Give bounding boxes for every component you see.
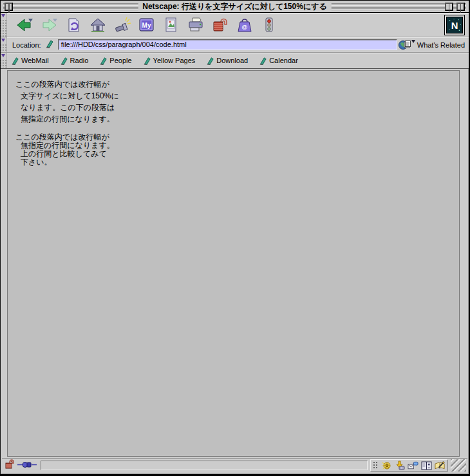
window-title: Netscape: 行送りを文字サイズに対して150%にする <box>138 2 331 12</box>
bookmark-icon[interactable] <box>45 39 54 51</box>
whats-related-label: What's Related <box>417 41 465 49</box>
shop-button[interactable]: @ <box>235 15 254 35</box>
stop-button[interactable] <box>259 15 279 35</box>
inbox-down-arrow-icon <box>395 461 405 471</box>
location-bar: Location: file:///HDD/css/paragraph/004/… <box>1 37 469 53</box>
close-button[interactable] <box>5 3 13 11</box>
bookmark-icon <box>99 57 108 65</box>
bookmark-icon <box>60 57 68 65</box>
bookmark-icon <box>259 57 267 65</box>
location-collapse-tab[interactable] <box>1 37 7 52</box>
toolbar-buttons: My <box>12 15 281 35</box>
browser-content-area: ここの段落内では改行幅が 文字サイズに対して150%に なります。この下の段落は… <box>7 70 460 457</box>
netscape-logo-icon: N <box>446 17 463 33</box>
bookmark-radio[interactable]: Radio <box>60 57 89 65</box>
connection-plug-icon <box>17 460 37 471</box>
location-label: Location: <box>12 41 41 49</box>
svg-text:@: @ <box>242 24 248 30</box>
zoom-button[interactable] <box>445 3 453 11</box>
personal-collapse-tab[interactable] <box>1 53 7 68</box>
netscape-logo-button[interactable]: N <box>444 15 465 35</box>
forward-button[interactable] <box>39 15 59 35</box>
whats-related-globe-icon <box>398 39 411 50</box>
navigator-wheel-icon <box>381 461 391 471</box>
main-toolbar: My <box>1 13 469 37</box>
personal-toolbar: WebMail Radio People Yellow Pages Downlo… <box>1 53 469 69</box>
images-button[interactable] <box>162 15 181 35</box>
title-bar[interactable]: Netscape: 行送りを文字サイズに対して150%にする <box>1 1 469 13</box>
images-icon <box>162 16 180 34</box>
netscape-window: Netscape: 行送りを文字サイズに対して150%にする <box>0 0 470 476</box>
component-bar-drag-handle[interactable] <box>373 461 378 470</box>
security-lock-icon <box>211 16 229 34</box>
home-icon <box>89 16 107 34</box>
bookmark-people[interactable]: People <box>99 57 131 65</box>
component-bar <box>370 459 448 471</box>
personal-toolbar-items: WebMail Radio People Yellow Pages Downlo… <box>11 57 298 65</box>
address-book-component-button[interactable] <box>421 461 432 471</box>
url-input[interactable]: file:///HDD/css/paragraph/004/code.html <box>58 39 397 50</box>
paragraph-line-height-150: ここの段落内では改行幅が 文字サイズに対して150%に なります。この下の段落は… <box>15 78 459 125</box>
shop-icon: @ <box>236 16 254 34</box>
window-resize-grip[interactable] <box>451 459 466 471</box>
search-button[interactable] <box>113 15 132 35</box>
forward-icon <box>40 16 58 34</box>
open-lock-icon <box>5 459 15 469</box>
reload-button[interactable] <box>64 15 83 35</box>
navigator-component-button[interactable] <box>381 461 391 471</box>
collapse-button[interactable] <box>456 3 465 11</box>
reload-icon <box>64 16 82 34</box>
discussions-component-button[interactable] <box>408 461 418 471</box>
svg-text:N: N <box>451 20 458 30</box>
mail-discussions-icon <box>408 461 418 471</box>
status-bar <box>2 458 467 472</box>
back-button[interactable] <box>15 15 34 35</box>
my-netscape-button[interactable]: My <box>137 15 156 35</box>
bookmark-icon <box>143 57 151 65</box>
toolbar-collapse-tab[interactable] <box>1 13 7 37</box>
my-netscape-icon: My <box>138 16 156 34</box>
print-button[interactable] <box>186 15 205 35</box>
address-book-icon <box>421 461 432 471</box>
whats-related-button[interactable]: What's Related <box>398 39 465 50</box>
status-message <box>41 461 368 470</box>
print-icon <box>187 16 205 34</box>
bookmark-webmail[interactable]: WebMail <box>11 57 49 65</box>
security-button[interactable] <box>211 15 230 35</box>
paragraph-line-height-default: ここの段落内では改行幅が 無指定の行間になります。 上の行間と比較してみて 下さ… <box>15 133 459 167</box>
whats-related-caret-icon <box>411 40 415 45</box>
bookmark-calendar[interactable]: Calendar <box>259 57 298 65</box>
stop-traffic-light-icon <box>260 16 278 34</box>
bookmark-download[interactable]: Download <box>206 57 248 65</box>
svg-text:My: My <box>142 21 151 28</box>
home-button[interactable] <box>88 15 108 35</box>
bookmark-yellow-pages[interactable]: Yellow Pages <box>143 57 196 65</box>
composer-component-button[interactable] <box>435 461 446 471</box>
bookmark-icon <box>11 57 19 65</box>
inbox-component-button[interactable] <box>394 461 405 471</box>
bookmark-icon <box>206 57 214 65</box>
back-icon <box>15 16 33 34</box>
composer-book-pencil-icon <box>435 461 446 471</box>
search-icon <box>113 16 131 34</box>
security-status-button[interactable] <box>5 459 15 471</box>
